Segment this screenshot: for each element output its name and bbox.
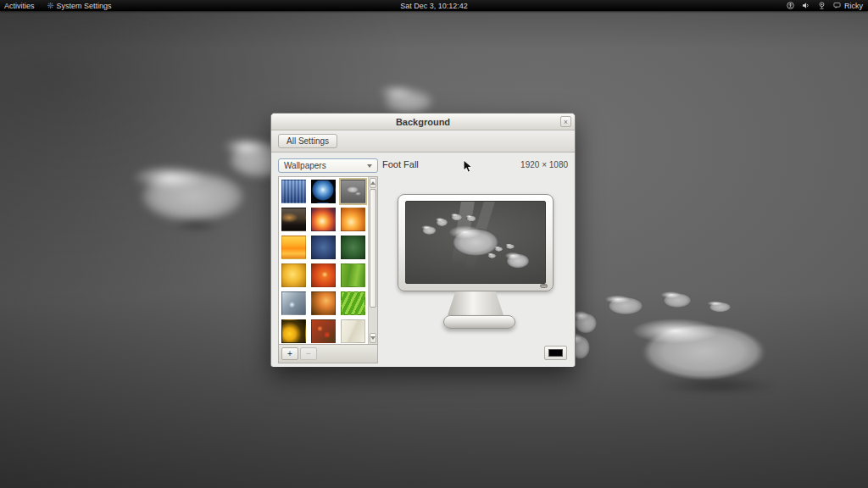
preview-drop <box>434 217 451 227</box>
close-button[interactable]: × <box>560 116 571 127</box>
wallpaper-thumb-red-sunset-clouds[interactable] <box>311 208 336 231</box>
preview-drop <box>493 246 504 252</box>
window-title: Background <box>396 117 450 127</box>
wallpaper-thumb-orange-flower[interactable] <box>311 263 336 287</box>
wallpaper-name: Foot Fall <box>382 159 419 169</box>
mouse-cursor <box>463 159 473 174</box>
preview-drop <box>504 243 515 250</box>
wallpaper-thumb-orange-sunset-clouds[interactable] <box>341 208 365 231</box>
wallpaper-thumb-yellow-flower-night[interactable] <box>281 319 306 343</box>
wallpaper-thumb-blue-weave[interactable] <box>311 236 336 259</box>
color-swatch <box>548 349 563 357</box>
chat-status-icon <box>833 2 841 9</box>
top-bar: Activities System Settings Sat Dec 3, 10… <box>0 0 868 11</box>
wallpaper-thumb-red-orange-flowers[interactable] <box>311 319 336 343</box>
scroll-up-button[interactable] <box>370 178 376 188</box>
webcam-icon[interactable] <box>818 2 826 10</box>
chevron-down-icon <box>370 336 376 340</box>
accessibility-icon[interactable] <box>787 2 794 9</box>
wallpaper-grid <box>279 177 368 344</box>
wallpaper-drop-toe <box>600 293 651 319</box>
user-menu[interactable]: Ricky <box>833 2 863 10</box>
wallpaper-list <box>278 176 378 345</box>
activities-button[interactable]: Activities <box>4 2 35 10</box>
wallpaper-thumb-green-grass[interactable] <box>341 263 365 287</box>
wallpaper-source-select[interactable]: Wallpapers <box>278 158 378 173</box>
monitor-power-led <box>540 284 548 288</box>
wallpaper-thumb-foot-fall-gray-drops[interactable] <box>341 180 365 203</box>
volume-icon[interactable] <box>802 2 810 9</box>
wallpaper-drop-toe <box>657 290 698 311</box>
all-settings-button[interactable]: All Settings <box>278 134 337 148</box>
monitor-preview <box>398 194 554 291</box>
toolbar: All Settings <box>271 130 575 152</box>
app-menu-label: System Settings <box>57 2 112 10</box>
scrollbar-track[interactable] <box>370 189 376 332</box>
wallpaper-thumb-planet-earth[interactable] <box>311 180 336 203</box>
clock[interactable]: Sat Dec 3, 10:12:42 <box>0 2 868 10</box>
wallpaper-thumb-dark-dune-sunset[interactable] <box>281 208 306 231</box>
wallpaper-thumb-green-weave[interactable] <box>341 236 365 259</box>
chevron-down-icon <box>367 164 372 168</box>
monitor-screen <box>405 201 546 284</box>
window-content: Wallpapers + − Foot Fall 1920 × 1080 <box>271 152 575 367</box>
user-name: Ricky <box>844 2 863 10</box>
app-menu[interactable]: System Settings <box>47 2 112 10</box>
preview-drop <box>487 252 498 260</box>
scroll-down-button[interactable] <box>370 333 376 343</box>
wallpaper-drop-large <box>615 312 792 391</box>
settings-window: Background × All Settings Wallpapers + − <box>270 113 576 367</box>
wallpaper-thumb-water-drop-leaf[interactable] <box>281 291 306 315</box>
color-swatch-button[interactable] <box>544 346 567 360</box>
wallpaper-thumb-orange-blur-macro[interactable] <box>311 291 336 315</box>
chevron-up-icon <box>370 181 376 185</box>
wallpaper-thumb-green-leaf-lines[interactable] <box>341 291 365 315</box>
scrollbar[interactable] <box>368 177 377 344</box>
gear-icon <box>47 2 54 9</box>
preview-drop-large <box>502 251 534 271</box>
add-wallpaper-button[interactable]: + <box>281 347 298 360</box>
wallpaper-actions-bar: + − <box>278 345 378 363</box>
preview-drop <box>465 214 478 223</box>
wallpaper-thumb-cream-paper[interactable] <box>341 319 365 343</box>
wallpaper-thumb-golden-glow[interactable] <box>281 263 306 287</box>
wallpaper-thumb-blue-stripes[interactable] <box>281 180 306 203</box>
wallpaper-thumb-yellow-orange-sky[interactable] <box>281 236 306 259</box>
scrollbar-thumb[interactable] <box>370 189 376 308</box>
wallpaper-drop-shadow-left <box>163 215 231 234</box>
monitor-stand-base <box>443 315 515 329</box>
remove-wallpaper-button[interactable]: − <box>300 347 317 360</box>
monitor-stand-neck <box>448 291 504 315</box>
titlebar[interactable]: Background × <box>271 114 575 130</box>
preview-drop <box>449 213 465 222</box>
wallpaper-resolution: 1920 × 1080 <box>520 160 568 169</box>
wallpaper-source-value: Wallpapers <box>284 161 326 170</box>
preview-drop-large <box>442 223 509 262</box>
